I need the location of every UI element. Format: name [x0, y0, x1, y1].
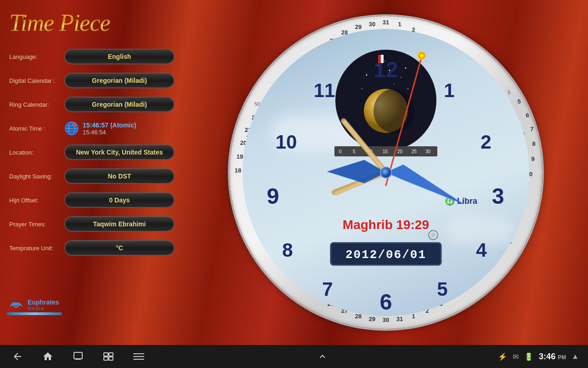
logo-text-line2: Media [28, 306, 59, 311]
prayer-button[interactable]: Taqwim Ebrahimi [64, 216, 175, 232]
home-button[interactable] [40, 348, 56, 365]
temp-label: Temprature Unit: [9, 245, 64, 252]
svg-text:11: 11 [314, 80, 335, 101]
svg-text:0: 0 [339, 149, 342, 154]
svg-text:8: 8 [282, 239, 293, 261]
svg-text:9: 9 [531, 155, 534, 162]
svg-text:15: 15 [383, 149, 388, 154]
clock-container: 30 31 1 29 28 2 3 4 27 5 6 7 8 9 10 11 1… [230, 16, 542, 329]
svg-point-77 [394, 84, 395, 85]
logo: Euphrates Media [7, 298, 62, 315]
atomic-time-label: Atomic Time : [9, 125, 64, 132]
language-row: Language: English [9, 48, 175, 65]
language-button[interactable]: English [64, 49, 175, 64]
ring-calendar-button[interactable]: Gregorian (Miladi) [64, 97, 175, 112]
svg-text:20: 20 [397, 149, 403, 154]
signal-icon: ▲ [571, 352, 579, 361]
prayer-row: Prayer Times: Taqwim Ebrahimi [9, 215, 175, 233]
screenshot-button[interactable] [100, 348, 117, 365]
svg-point-117 [420, 54, 424, 58]
svg-text:2: 2 [481, 131, 491, 153]
atomic-time-text: 15:46:57 (Atomic) 15:46:54 [83, 121, 136, 136]
svg-rect-127 [133, 353, 144, 354]
svg-text:31: 31 [396, 316, 403, 322]
left-panel: Time Piece Language: English Digital Cal… [0, 0, 184, 345]
svg-text:5: 5 [353, 149, 356, 154]
svg-text:8: 8 [532, 140, 535, 147]
svg-rect-108 [381, 55, 384, 63]
nav-time-display: 3:46 PM [539, 352, 566, 362]
globe-icon [64, 121, 79, 136]
svg-point-82 [373, 89, 415, 133]
app-title: Time Piece [9, 9, 175, 36]
svg-text:29: 29 [355, 23, 362, 30]
app-background: Time Piece Language: English Digital Cal… [0, 0, 588, 345]
svg-text:3: 3 [492, 184, 504, 208]
svg-rect-123 [104, 353, 108, 356]
svg-text:31: 31 [383, 19, 389, 26]
svg-text:6: 6 [526, 112, 529, 119]
digital-calendar-label: Digital Calendar : [9, 77, 64, 84]
svg-text:1: 1 [398, 21, 401, 28]
svg-rect-125 [104, 357, 108, 360]
svg-marker-114 [386, 165, 463, 204]
digital-calendar-button[interactable]: Gregorian (Miladi) [64, 73, 175, 88]
atomic-time-main: 15:46:57 (Atomic) [83, 121, 136, 129]
temp-button[interactable]: °C [64, 240, 175, 256]
svg-text:10: 10 [276, 131, 297, 153]
svg-point-71 [366, 75, 368, 76]
svg-point-120 [431, 233, 435, 237]
daylight-row: Daylight Saving: No DST [9, 167, 175, 185]
svg-text:18: 18 [235, 167, 241, 174]
daylight-button[interactable]: No DST [64, 168, 175, 184]
svg-text:6: 6 [380, 290, 392, 314]
svg-rect-107 [378, 55, 381, 63]
svg-text:12: 12 [373, 58, 398, 82]
hijri-row: Hijri Offset: 0 Days [9, 191, 175, 209]
location-row: Location: New York City, United States [9, 144, 175, 161]
hijri-button[interactable]: 0 Days [64, 192, 175, 208]
back-button[interactable] [9, 348, 26, 365]
svg-text:1: 1 [444, 80, 454, 101]
up-button[interactable] [314, 348, 331, 365]
atomic-time-container: 15:46:57 (Atomic) 15:46:54 [64, 121, 175, 136]
svg-text:7: 7 [530, 126, 533, 132]
svg-text:30: 30 [383, 316, 389, 323]
svg-text:5: 5 [437, 278, 447, 300]
svg-point-74 [401, 77, 401, 78]
menu-button[interactable] [130, 348, 147, 365]
svg-text:25: 25 [412, 149, 417, 154]
location-button[interactable]: New York City, United States [64, 144, 175, 160]
svg-text:5: 5 [517, 98, 520, 105]
logo-icon [7, 298, 25, 311]
svg-text:1: 1 [412, 313, 415, 320]
svg-text:5: 5 [508, 90, 510, 95]
clock-face-svg: 0 5 10 15 20 25 30 12 1 2 3 4 5 [243, 29, 529, 316]
svg-text:30: 30 [369, 21, 375, 28]
svg-text:4: 4 [476, 239, 487, 261]
svg-point-75 [405, 68, 407, 69]
svg-point-118 [380, 167, 391, 178]
language-label: Language: [9, 53, 64, 60]
hijri-label: Hijri Offset: [9, 197, 64, 204]
svg-text:9: 9 [267, 184, 279, 208]
svg-rect-122 [75, 359, 81, 360]
svg-rect-124 [109, 353, 113, 356]
atomic-time-sub: 15:46:54 [83, 129, 136, 136]
nav-center [147, 348, 498, 365]
svg-rect-128 [133, 356, 144, 357]
logo-wave [7, 312, 62, 315]
svg-text:19: 19 [237, 153, 243, 160]
nav-right-status: ⚡ ✉ 🔋 3:46 PM ▲ [498, 352, 579, 362]
nav-left-buttons [9, 348, 147, 365]
svg-text:Maghrib 19:29: Maghrib 19:29 [343, 218, 429, 232]
svg-point-79 [407, 88, 408, 89]
recents-button[interactable] [70, 348, 86, 365]
location-label: Location: [9, 149, 64, 156]
nav-bar: ⚡ ✉ 🔋 3:46 PM ▲ [0, 345, 588, 368]
svg-text:29: 29 [369, 316, 375, 322]
email-icon: ✉ [513, 352, 519, 361]
ring-calendar-row: Ring Calendar: Gregorian (Miladi) [9, 96, 175, 113]
atomic-time-row: Atomic Time : 15:46:57 (At [9, 120, 175, 137]
battery-icon: 🔋 [524, 352, 533, 361]
